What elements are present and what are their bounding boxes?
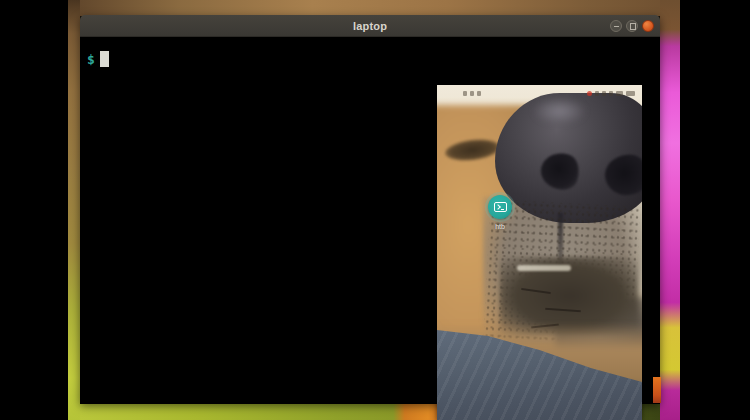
window-controls xyxy=(610,15,654,36)
maximize-button[interactable] xyxy=(626,20,638,32)
letterbox-background: laptop $ xyxy=(0,0,750,420)
notification-icon xyxy=(477,91,481,96)
close-button[interactable] xyxy=(642,20,654,32)
android-status-bar xyxy=(437,88,642,98)
shell-prompt: $ xyxy=(87,52,95,67)
terminal-window-glyph-icon xyxy=(494,202,507,212)
wallpaper-orange-detail xyxy=(653,377,661,403)
prompt-line: $ xyxy=(87,51,660,67)
phone-mirror-screen[interactable]: htb xyxy=(437,85,642,420)
wallpaper-left-strip xyxy=(68,0,80,420)
status-icon xyxy=(595,91,599,96)
clock-text xyxy=(626,91,635,96)
wallpaper-right-strip xyxy=(660,0,680,420)
status-bar-left-icons xyxy=(463,91,481,96)
status-icon xyxy=(602,91,606,96)
battery-icon xyxy=(616,91,623,96)
app-icon-label: htb xyxy=(478,223,522,230)
desktop-capture: laptop $ xyxy=(68,0,680,420)
terminal-app-icon[interactable] xyxy=(488,195,512,219)
window-title: laptop xyxy=(353,20,387,32)
notification-icon xyxy=(470,91,474,96)
dog-teeth-glint xyxy=(517,265,571,271)
text-cursor xyxy=(100,51,109,67)
dog-nose-highlight xyxy=(532,97,587,125)
notification-icon xyxy=(463,91,467,96)
status-bar-right-icons xyxy=(587,91,635,96)
screen-record-dot xyxy=(587,91,592,96)
minimize-button[interactable] xyxy=(610,20,622,32)
wallpaper-top-strip xyxy=(68,0,680,16)
status-icon xyxy=(609,91,613,96)
window-titlebar[interactable]: laptop xyxy=(80,15,660,37)
